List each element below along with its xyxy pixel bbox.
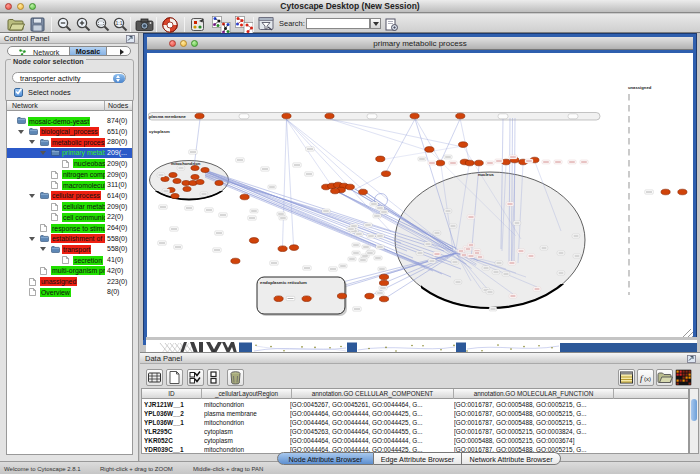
svg-text:mitochondrion: mitochondrion: [171, 161, 201, 166]
svg-text:endoplasmic reticulum: endoplasmic reticulum: [260, 280, 307, 285]
svg-text:plasma membrane: plasma membrane: [149, 114, 186, 119]
svg-text:cytoplasm: cytoplasm: [149, 129, 170, 134]
svg-text:nucleus: nucleus: [478, 172, 494, 177]
svg-text:unassigned: unassigned: [628, 85, 652, 90]
svg-text:(x): (x): [644, 376, 651, 382]
svg-text:1:1: 1:1: [116, 20, 123, 26]
